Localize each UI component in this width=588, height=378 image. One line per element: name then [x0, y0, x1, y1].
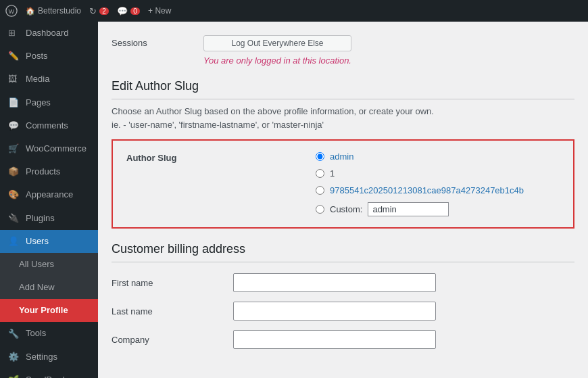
dashboard-icon: ⊞ — [8, 27, 20, 39]
radio-row-1: 1 — [316, 168, 524, 179]
sessions-section: Sessions Log Out Everywhere Else You are… — [112, 35, 574, 66]
author-slug-title: Edit Author Slug — [112, 79, 574, 99]
main-content: Sessions Log Out Everywhere Else You are… — [98, 22, 588, 378]
topbar-wp-icon[interactable]: W — [5, 5, 18, 17]
sidebar-item-your-profile[interactable]: Your Profile — [0, 299, 98, 322]
seedprod-icon: 🌱 — [8, 374, 20, 378]
topbar-site-name[interactable]: 🏠 Betterstudio — [26, 6, 81, 16]
radio-row-hash: 9785541c202501213081cae987a4273247eb1c4b — [316, 185, 524, 195]
appearance-icon: 🎨 — [8, 189, 20, 201]
sidebar-item-add-new[interactable]: Add New — [0, 276, 98, 299]
svg-text:W: W — [9, 8, 15, 15]
radio-row-admin: admin — [316, 151, 524, 162]
billing-lastname-row: Last name — [112, 302, 574, 321]
plugins-icon: 🔌 — [8, 212, 20, 225]
sessions-label: Sessions — [112, 35, 193, 48]
billing-company-input[interactable] — [233, 330, 436, 349]
author-slug-box: Author Slug admin 1 9785541c202501213 — [112, 139, 574, 229]
sidebar-item-dashboard[interactable]: ⊞ Dashboard — [0, 22, 98, 45]
sidebar-item-users[interactable]: 👤 Users — [0, 230, 98, 253]
author-slug-section: Edit Author Slug Choose an Author Slug b… — [112, 79, 574, 229]
sidebar-item-appearance[interactable]: 🎨 Appearance — [0, 183, 98, 206]
topbar-updates[interactable]: ↻ 2 — [89, 6, 109, 16]
radio-1-label: 1 — [330, 168, 335, 179]
sidebar-item-tools[interactable]: 🔧 Tools — [0, 322, 98, 345]
topbar: W 🏠 Betterstudio ↻ 2 💬 0 + New — [0, 0, 588, 22]
sidebar-item-plugins[interactable]: 🔌 Plugins — [0, 207, 98, 230]
author-slug-inner: Author Slug admin 1 9785541c202501213 — [126, 151, 560, 216]
author-slug-desc: Choose an Author Slug based on the above… — [112, 105, 574, 131]
media-icon: 🖼 — [8, 73, 20, 85]
radio-custom[interactable] — [316, 205, 324, 214]
tools-icon: 🔧 — [8, 328, 20, 340]
custom-slug-input[interactable] — [368, 202, 449, 216]
sessions-content: Log Out Everywhere Else You are only log… — [203, 35, 351, 66]
settings-icon: ⚙️ — [8, 351, 20, 363]
billing-title: Customer billing address — [112, 242, 574, 262]
billing-firstname-input[interactable] — [233, 273, 436, 292]
comments-icon: 💬 — [8, 120, 20, 132]
sidebar-item-comments[interactable]: 💬 Comments — [0, 114, 98, 137]
logout-everywhere-button[interactable]: Log Out Everywhere Else — [203, 35, 351, 51]
sidebar-item-media[interactable]: 🖼 Media — [0, 68, 98, 91]
billing-lastname-input[interactable] — [233, 302, 436, 321]
sidebar-item-posts[interactable]: ✏️ Posts — [0, 45, 98, 68]
radio-hash-label: 9785541c202501213081cae987a4273247eb1c4b — [330, 185, 524, 195]
sidebar-item-seedprod[interactable]: 🌱 SeedProd — [0, 369, 98, 378]
author-slug-radio-group: admin 1 9785541c202501213081cae987a42732… — [316, 151, 524, 216]
users-icon: 👤 — [8, 235, 20, 247]
radio-row-custom: Custom: — [316, 202, 524, 216]
products-icon: 📦 — [8, 166, 20, 178]
author-slug-field-label: Author Slug — [126, 151, 221, 216]
billing-firstname-label: First name — [112, 278, 233, 288]
billing-section: Customer billing address First name Last… — [112, 242, 574, 349]
users-submenu: All Users Add New Your Profile — [0, 253, 98, 323]
billing-company-row: Company — [112, 330, 574, 349]
pages-icon: 📄 — [8, 97, 20, 109]
radio-custom-label: Custom: — [330, 204, 362, 214]
billing-lastname-label: Last name — [112, 306, 233, 316]
sidebar-item-all-users[interactable]: All Users — [0, 253, 98, 276]
sessions-note: You are only logged in at this location. — [203, 55, 351, 66]
sidebar-item-products[interactable]: 📦 Products — [0, 160, 98, 183]
sidebar: ⊞ Dashboard ✏️ Posts 🖼 Media 📄 Pages 💬 C… — [0, 22, 98, 378]
sidebar-item-settings[interactable]: ⚙️ Settings — [0, 346, 98, 369]
billing-firstname-row: First name — [112, 273, 574, 292]
woo-icon: 🛒 — [8, 143, 20, 155]
radio-admin-label: admin — [330, 151, 353, 162]
topbar-comments[interactable]: 💬 0 — [117, 6, 140, 16]
radio-hash[interactable] — [316, 186, 324, 195]
radio-admin[interactable] — [316, 152, 324, 161]
billing-company-label: Company — [112, 335, 233, 345]
sidebar-item-woocommerce[interactable]: 🛒 WooCommerce — [0, 137, 98, 160]
sidebar-item-pages[interactable]: 📄 Pages — [0, 91, 98, 114]
posts-icon: ✏️ — [8, 50, 20, 62]
topbar-new[interactable]: + New — [148, 6, 171, 16]
radio-1[interactable] — [316, 169, 324, 178]
